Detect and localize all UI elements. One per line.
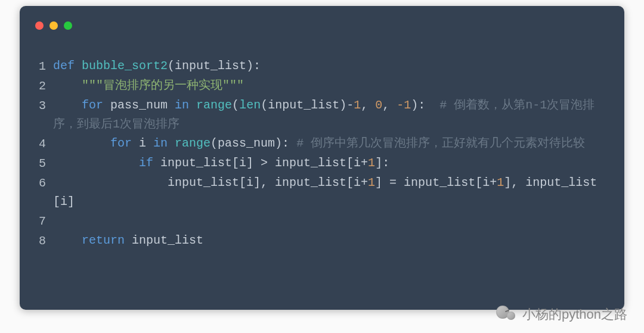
code-content: """冒泡排序的另一种实现""" <box>46 76 614 95</box>
token-kw: return <box>82 234 125 247</box>
code-content: if input_list[i] > input_list[i+1]: <box>46 154 614 173</box>
token-num: 1 <box>354 98 361 112</box>
token-txt: (input_list)- <box>261 98 354 112</box>
token-txt: input_list <box>125 234 203 247</box>
token-txt <box>53 156 139 170</box>
code-line: 2 """冒泡排序的另一种实现""" <box>30 76 614 96</box>
wechat-icon <box>496 304 516 325</box>
code-area: 1def bubble_sort2(input_list):2 """冒泡排序的… <box>30 57 614 251</box>
code-line: 3 for pass_num in range(len(input_list)-… <box>30 96 614 134</box>
maximize-dot <box>64 21 72 30</box>
token-kw: for <box>82 98 103 112</box>
code-content: input_list[i], input_list[i+1] = input_l… <box>46 173 614 211</box>
token-call: range <box>175 136 210 150</box>
token-txt: i <box>132 136 153 150</box>
watermark-text: 小杨的python之路 <box>522 306 627 323</box>
code-content: for pass_num in range(len(input_list)-1,… <box>46 96 614 134</box>
token-txt: (input_list): <box>168 59 261 73</box>
code-line: 7 <box>30 211 614 231</box>
token-txt: , <box>361 98 375 112</box>
close-dot <box>35 21 44 30</box>
code-content: for i in range(pass_num): # 倒序中第几次冒泡排序，正… <box>46 134 614 153</box>
code-line: 1def bubble_sort2(input_list): <box>30 57 614 76</box>
line-number: 2 <box>30 76 46 96</box>
code-card: 1def bubble_sort2(input_list):2 """冒泡排序的… <box>20 6 624 310</box>
token-txt: (pass_num): <box>210 136 296 150</box>
token-fn: bubble_sort2 <box>82 59 168 73</box>
token-num: 1 <box>368 176 375 189</box>
code-line: 6 input_list[i], input_list[i+1] = input… <box>30 173 614 211</box>
token-txt <box>53 98 82 112</box>
token-txt <box>53 136 110 150</box>
token-txt: , <box>382 98 397 112</box>
token-kw: for <box>110 136 132 150</box>
watermark: 小杨的python之路 <box>496 304 627 325</box>
token-call: len <box>239 98 261 112</box>
token-txt: ]: <box>375 156 389 170</box>
token-txt <box>168 136 175 150</box>
token-num: 0 <box>375 98 382 112</box>
token-txt <box>53 79 82 92</box>
minimize-dot <box>49 21 58 30</box>
code-content: def bubble_sort2(input_list): <box>46 57 614 76</box>
token-str: """冒泡排序的另一种实现""" <box>82 79 244 92</box>
token-txt: input_list[i], input_list[i+ <box>53 176 368 189</box>
token-txt: input_list[i] > input_list[i+ <box>153 156 368 170</box>
line-number: 6 <box>30 173 46 193</box>
window-traffic-lights <box>35 21 72 30</box>
line-number: 5 <box>30 154 46 173</box>
line-number: 8 <box>30 231 46 251</box>
token-txt: ): <box>411 98 439 112</box>
token-txt <box>189 98 196 112</box>
token-cmt: # 倒序中第几次冒泡排序，正好就有几个元素对待比较 <box>296 136 585 150</box>
line-number: 7 <box>30 211 46 231</box>
token-kw: if <box>139 156 153 170</box>
token-num: 1 <box>368 156 375 170</box>
code-line: 5 if input_list[i] > input_list[i+1]: <box>30 154 614 173</box>
code-line: 8 return input_list <box>30 231 614 251</box>
line-number: 1 <box>30 57 46 76</box>
token-txt <box>53 234 82 247</box>
token-num: 1 <box>497 176 504 189</box>
token-kw: def <box>53 59 82 73</box>
token-call: range <box>196 98 232 112</box>
line-number: 3 <box>30 96 46 116</box>
token-txt: ( <box>232 98 239 112</box>
token-txt: pass_num <box>103 98 175 112</box>
token-num: -1 <box>397 98 411 112</box>
line-number: 4 <box>30 134 46 154</box>
code-line: 4 for i in range(pass_num): # 倒序中第几次冒泡排序… <box>30 134 614 154</box>
token-kw: in <box>153 136 168 150</box>
token-txt: ] = input_list[i+ <box>375 176 497 189</box>
token-kw: in <box>175 98 189 112</box>
code-content: return input_list <box>46 231 614 250</box>
